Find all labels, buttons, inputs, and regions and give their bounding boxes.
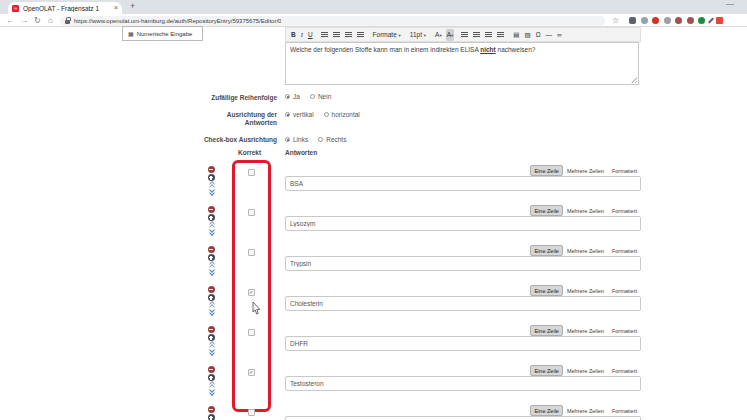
radio-option-nein[interactable]: Nein: [310, 93, 331, 100]
add-answer-icon[interactable]: [208, 414, 215, 420]
new-tab-button[interactable]: +: [130, 1, 135, 11]
radio-option-vertikal[interactable]: vertikal: [285, 111, 314, 118]
single-line-button[interactable]: Eine Zeile: [530, 205, 562, 216]
extension-icon[interactable]: [641, 17, 648, 24]
answer-input[interactable]: [285, 216, 641, 231]
multi-line-button[interactable]: Mehrere Zeilen: [563, 245, 608, 256]
extension-icon[interactable]: [716, 17, 723, 24]
add-answer-icon[interactable]: [208, 374, 215, 381]
bold-button[interactable]: B: [290, 29, 297, 40]
answer-input[interactable]: [285, 376, 641, 391]
address-field[interactable]: https://www.openolat.uni-hamburg.de/auth…: [60, 16, 605, 26]
remove-answer-icon[interactable]: [208, 366, 215, 373]
formatted-button[interactable]: Formatiert: [608, 205, 641, 216]
browser-tab[interactable]: ∞ OpenOLAT - Fragensatz 1 ×: [8, 2, 122, 14]
forward-icon[interactable]: →: [20, 14, 28, 27]
text-color-button[interactable]: A▾: [434, 29, 443, 41]
move-down-icon[interactable]: [208, 309, 215, 315]
radio-option-ja[interactable]: Ja: [285, 93, 300, 100]
multi-line-button[interactable]: Mehrere Zeilen: [563, 205, 608, 216]
radio-option-horizontal[interactable]: horizontal: [324, 111, 360, 118]
question-textarea[interactable]: Welche der folgenden Stoffe kann man in …: [285, 42, 639, 85]
move-down-icon[interactable]: [208, 349, 215, 355]
tab-close-icon[interactable]: ×: [114, 2, 118, 14]
multi-line-button[interactable]: Mehrere Zeilen: [563, 285, 608, 296]
extension-icon[interactable]: [698, 17, 705, 24]
link-icon[interactable]: ∞: [556, 29, 563, 40]
single-line-button[interactable]: Eine Zeile: [530, 285, 562, 296]
single-line-button[interactable]: Eine Zeile: [530, 405, 562, 416]
remove-answer-icon[interactable]: [208, 286, 215, 293]
format-dropdown[interactable]: Formate ▾: [372, 29, 402, 41]
ssl-lock-icon[interactable]: [65, 20, 70, 24]
align-center-icon[interactable]: [333, 32, 340, 37]
formatted-button[interactable]: Formatiert: [608, 285, 641, 296]
add-answer-icon[interactable]: [208, 254, 215, 261]
remove-answer-icon[interactable]: [208, 206, 215, 213]
formatted-button[interactable]: Formatiert: [608, 405, 641, 416]
multi-line-button[interactable]: Mehrere Zeilen: [563, 325, 608, 336]
indent-icon[interactable]: [497, 32, 504, 37]
radio-icon[interactable]: [324, 112, 329, 117]
single-line-button[interactable]: Eine Zeile: [530, 165, 562, 176]
window-minimize-button[interactable]: —: [726, 0, 734, 8]
move-down-icon[interactable]: [208, 229, 215, 235]
single-line-button[interactable]: Eine Zeile: [530, 245, 562, 256]
numbered-list-icon[interactable]: [473, 32, 480, 37]
correct-checkbox[interactable]: [248, 169, 255, 176]
formatted-button[interactable]: Formatiert: [608, 325, 641, 336]
add-answer-icon[interactable]: [208, 294, 215, 301]
back-icon[interactable]: ←: [6, 14, 14, 27]
formatted-button[interactable]: Formatiert: [608, 365, 641, 376]
bullet-list-icon[interactable]: [461, 32, 468, 37]
radio-icon[interactable]: [285, 137, 290, 142]
radio-icon[interactable]: [285, 94, 290, 99]
correct-checkbox[interactable]: ✓: [248, 369, 255, 376]
add-answer-icon[interactable]: [208, 174, 215, 181]
extension-icon[interactable]: [629, 17, 636, 24]
resize-handle[interactable]: [631, 77, 637, 83]
highlight-color-button[interactable]: A▾: [446, 29, 455, 41]
remove-answer-icon[interactable]: [208, 166, 215, 173]
answer-input[interactable]: [285, 256, 641, 271]
single-line-button[interactable]: Eine Zeile: [530, 325, 562, 336]
answer-input[interactable]: [285, 296, 641, 311]
underline-button[interactable]: U: [307, 29, 314, 40]
outdent-icon[interactable]: [485, 32, 492, 37]
palette-item-numerische-eingabe[interactable]: ▦ Numerische Eingabe: [122, 26, 203, 41]
move-down-icon[interactable]: [208, 269, 215, 275]
move-down-icon[interactable]: [208, 189, 215, 195]
image-icon[interactable]: ▨: [523, 29, 531, 40]
move-down-icon[interactable]: [208, 389, 215, 395]
bookmark-star-icon[interactable]: ☆: [612, 14, 619, 27]
remove-answer-icon[interactable]: [208, 326, 215, 333]
extension-icon[interactable]: [664, 17, 671, 24]
fontsize-dropdown[interactable]: 11pt ▾: [409, 29, 427, 41]
multi-line-button[interactable]: Mehrere Zeilen: [563, 165, 608, 176]
reload-icon[interactable]: ↻: [34, 14, 41, 27]
correct-checkbox[interactable]: [248, 209, 255, 216]
correct-checkbox[interactable]: [248, 329, 255, 336]
media-icon[interactable]: ▤: [512, 29, 520, 40]
extension-icon[interactable]: [675, 17, 682, 24]
radio-icon[interactable]: [318, 137, 323, 142]
radio-option-rechts[interactable]: Rechts: [318, 136, 346, 143]
correct-checkbox[interactable]: [248, 409, 255, 416]
extension-icon[interactable]: [652, 17, 659, 24]
extension-pencil-icon[interactable]: [707, 17, 713, 23]
single-line-button[interactable]: Eine Zeile: [530, 365, 562, 376]
multi-line-button[interactable]: Mehrere Zeilen: [563, 365, 608, 376]
justify-icon[interactable]: [357, 32, 364, 37]
url-text[interactable]: https://www.openolat.uni-hamburg.de/auth…: [74, 18, 281, 24]
align-left-icon[interactable]: [321, 32, 328, 37]
horizontal-rule-icon[interactable]: —: [545, 29, 554, 40]
add-answer-icon[interactable]: [208, 214, 215, 221]
multi-line-button[interactable]: Mehrere Zeilen: [563, 405, 608, 416]
radio-icon[interactable]: [310, 94, 315, 99]
formatted-button[interactable]: Formatiert: [608, 245, 641, 256]
add-answer-icon[interactable]: [208, 334, 215, 341]
special-char-icon[interactable]: Ω: [535, 29, 542, 40]
answer-input[interactable]: [285, 336, 641, 351]
home-icon[interactable]: ⌂: [48, 14, 53, 27]
extension-icon[interactable]: [687, 17, 694, 24]
